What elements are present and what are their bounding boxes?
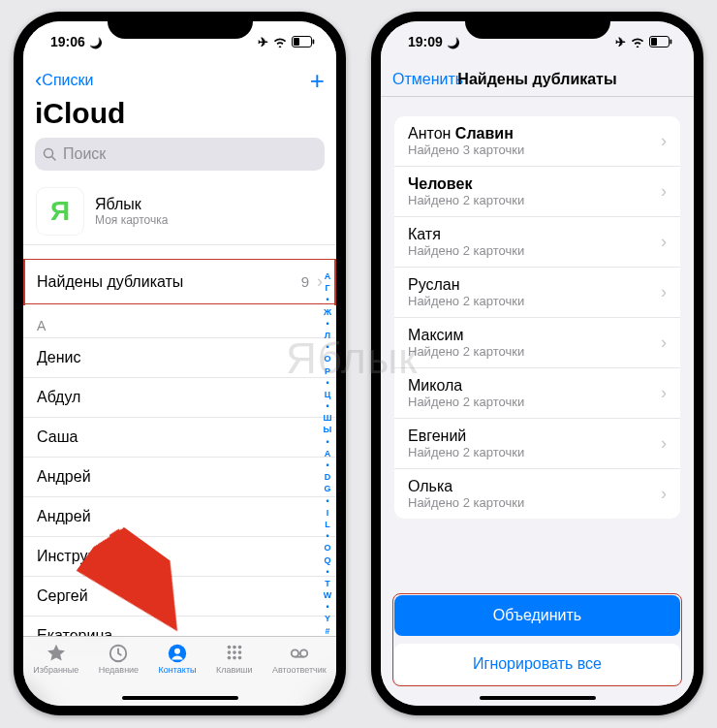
- section-header: А: [23, 304, 336, 338]
- duplicate-row[interactable]: МаксимНайдено 2 карточки›: [394, 318, 680, 368]
- duplicate-row[interactable]: ОлькаНайдено 2 карточки›: [394, 469, 680, 519]
- my-card-row[interactable]: Я Яблык Моя карточка: [23, 180, 336, 245]
- svg-point-14: [227, 656, 231, 660]
- nav-bar: ‹ Списки + iCloud Поиск: [23, 62, 336, 180]
- wifi-icon: [272, 36, 288, 47]
- svg-point-9: [233, 646, 236, 649]
- search-placeholder: Поиск: [63, 145, 106, 163]
- airplane-icon: [615, 34, 626, 49]
- search-input[interactable]: Поиск: [35, 138, 325, 171]
- action-buttons-highlight: Объединить Игнорировать все: [392, 593, 682, 686]
- tab-keypad[interactable]: Клавиши: [216, 643, 253, 675]
- chevron-right-icon: ›: [661, 484, 667, 504]
- duplicates-list: Антон СлавинНайдено 3 карточки›ЧеловекНа…: [394, 116, 680, 519]
- airplane-icon: [258, 34, 268, 49]
- svg-rect-1: [294, 38, 299, 46]
- svg-point-13: [237, 650, 241, 654]
- battery-icon: [649, 36, 672, 47]
- chevron-right-icon: ›: [661, 282, 667, 302]
- svg-line-4: [52, 156, 56, 160]
- search-icon: [43, 147, 57, 162]
- duplicate-row[interactable]: ЕвгенийНайдено 2 карточки›: [394, 419, 680, 469]
- voicemail-icon: [288, 643, 311, 664]
- duplicate-row[interactable]: ЧеловекНайдено 2 карточки›: [394, 167, 680, 217]
- svg-point-10: [237, 646, 241, 649]
- svg-rect-22: [670, 40, 672, 45]
- nav-bar: Отменить Найдены дубликаты: [381, 62, 694, 97]
- svg-point-12: [233, 650, 236, 654]
- svg-point-15: [233, 656, 236, 660]
- duplicate-row[interactable]: Антон СлавинНайдено 3 карточки›: [394, 116, 680, 167]
- contact-row[interactable]: Денис: [23, 338, 336, 378]
- battery-icon: [292, 36, 315, 47]
- wifi-icon: [630, 36, 645, 47]
- chevron-right-icon: ›: [661, 332, 667, 353]
- svg-point-17: [292, 649, 298, 656]
- duplicate-row[interactable]: РусланНайдено 2 карточки›: [394, 268, 680, 318]
- svg-point-11: [227, 650, 231, 654]
- contact-row[interactable]: Андрей: [23, 458, 336, 497]
- chevron-right-icon: ›: [661, 131, 667, 151]
- cancel-button[interactable]: Отменить: [392, 71, 463, 88]
- svg-point-8: [227, 646, 231, 649]
- device-notch: [108, 12, 253, 39]
- tab-recent[interactable]: Недавние: [99, 643, 139, 675]
- home-indicator[interactable]: [480, 696, 596, 700]
- ignore-all-button[interactable]: Игнорировать все: [394, 644, 680, 684]
- duplicates-content[interactable]: Антон СлавинНайдено 3 карточки›ЧеловекНа…: [381, 97, 694, 706]
- svg-rect-21: [651, 38, 657, 46]
- chevron-right-icon: ›: [661, 433, 667, 454]
- status-time: 19:09: [408, 34, 443, 49]
- chevron-right-icon: ›: [661, 181, 667, 202]
- contact-row[interactable]: Саша: [23, 418, 336, 458]
- dnd-moon-icon: [89, 34, 103, 49]
- clock-icon: [107, 643, 130, 664]
- duplicate-row[interactable]: КатяНайдено 2 карточки›: [394, 217, 680, 268]
- star-icon: [45, 643, 68, 664]
- page-title: iCloud: [35, 95, 325, 138]
- svg-rect-2: [313, 40, 315, 45]
- home-indicator[interactable]: [122, 696, 238, 700]
- index-scrubber[interactable]: АГЖЛОРЦШЫADGILOQTWY#: [321, 268, 334, 636]
- svg-point-18: [300, 649, 307, 656]
- chevron-right-icon: ›: [661, 383, 667, 403]
- avatar: Я: [37, 188, 83, 235]
- contact-row[interactable]: Абдул: [23, 378, 336, 418]
- tab-favorites[interactable]: Избранные: [33, 643, 78, 675]
- duplicates-count: 9: [301, 273, 309, 290]
- add-contact-button[interactable]: +: [310, 66, 325, 96]
- phone-right: 19:09 Отменить Найдены дубликаты Антон С…: [371, 12, 703, 715]
- chevron-left-icon: ‹: [35, 70, 42, 91]
- dnd-moon-icon: [447, 34, 460, 49]
- keypad-icon: [223, 643, 246, 664]
- contact-row[interactable]: Андрей: [23, 497, 336, 537]
- device-notch: [465, 12, 610, 39]
- svg-point-16: [237, 656, 241, 660]
- status-time: 19:06: [50, 34, 85, 49]
- merge-button[interactable]: Объединить: [394, 595, 680, 636]
- duplicates-found-row[interactable]: Найдены дубликаты 9 ›: [23, 259, 336, 304]
- back-button[interactable]: ‹ Списки: [35, 70, 93, 91]
- duplicate-row[interactable]: МиколаНайдено 2 карточки›: [394, 368, 680, 419]
- chevron-right-icon: ›: [661, 232, 667, 252]
- tab-voicemail[interactable]: Автоответчик: [272, 643, 327, 675]
